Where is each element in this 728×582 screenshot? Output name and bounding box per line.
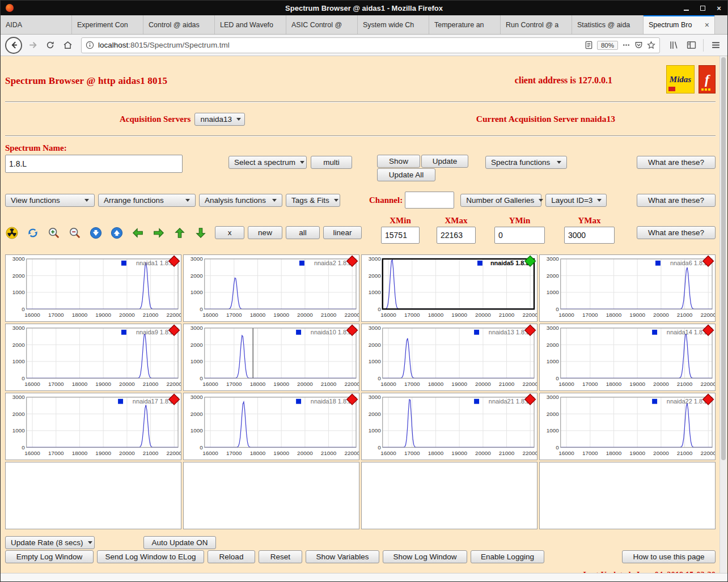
scroll-down-icon[interactable] [89,226,102,239]
page-actions-icon[interactable] [622,41,630,49]
spectrum-plot-nnaida6[interactable]: 1600017000180001900020000210002200001000… [539,254,716,322]
svg-text:3000: 3000 [547,394,560,400]
zoom-level-indicator[interactable]: 80% [597,41,618,50]
tab-statistics-aida[interactable]: Statistics @ aida [572,15,644,34]
back-button[interactable] [5,37,22,54]
maximize-button[interactable] [699,4,706,12]
refresh-icon[interactable] [26,226,39,239]
ymin-input[interactable] [494,227,545,244]
x-button[interactable]: x [215,226,244,239]
select-a-spectrum-select[interactable]: Select a spectrum [228,156,307,169]
bookmark-star-icon[interactable] [647,41,655,49]
ymax-input[interactable] [564,227,615,244]
reader-mode-icon[interactable] [585,41,593,49]
spectrum-plot-nnaida18[interactable]: 1600017000180001900020000210002200001000… [183,393,359,460]
tab-led-and-wavefo[interactable]: LED and Wavefo [215,15,286,34]
tab-system-wide-ch[interactable]: System wide Ch [358,15,429,34]
spectrum-plot-nnaida14[interactable]: 1600017000180001900020000210002200001000… [539,324,716,391]
radiation-icon[interactable] [5,226,18,239]
spectrum-plot-nnaida1[interactable]: 1600017000180001900020000210002200001000… [5,254,181,322]
svg-text:21000: 21000 [677,312,693,318]
site-info-icon[interactable] [86,41,94,49]
show-button[interactable]: Show [377,155,420,168]
arrange-functions-select[interactable]: Arrange functions [98,194,196,207]
spectrum-plot-nnaida13[interactable]: 1600017000180001900020000210002200001000… [361,324,537,391]
what-are-these-button-2[interactable]: What are these? [637,194,716,207]
multi-button[interactable]: multi [311,156,352,169]
forward-button[interactable] [25,38,40,53]
analysis-functions-select[interactable]: Analysis functions [199,194,282,207]
empty-log-window-button[interactable]: Empty Log Window [5,550,94,563]
update-all-button[interactable]: Update All [377,168,435,181]
arrow-left-icon[interactable] [131,226,144,239]
zoom-in-icon[interactable] [47,226,60,239]
spectrum-name-input[interactable] [5,155,183,173]
spectrum-plot-nnaida17[interactable]: 1600017000180001900020000210002200001000… [5,393,181,460]
back-icon [9,40,19,50]
home-button[interactable] [60,38,75,53]
update-rate-select[interactable]: Update Rate (8 secs) [5,536,95,549]
svg-text:20000: 20000 [475,381,491,387]
reset-button[interactable]: Reset [259,550,302,563]
xmin-input[interactable] [381,227,420,244]
close-button[interactable]: × [715,4,723,12]
svg-text:22000: 22000 [166,312,181,318]
sidebar-button[interactable] [684,38,699,53]
url-text[interactable]: localhost:8015/Spectrum/Spectrum.tml [98,41,581,49]
client-address-text: client address is 127.0.0.1 [515,75,612,86]
send-log-to-elog-button[interactable]: Send Log Window to ELog [97,550,204,563]
library-button[interactable] [666,38,681,53]
scrollbar-thumb[interactable] [721,57,726,460]
vertical-scrollbar[interactable] [719,56,727,573]
what-are-these-button-1[interactable]: What are these? [637,156,716,169]
arrow-right-icon[interactable] [152,226,165,239]
pocket-icon[interactable] [634,41,643,49]
reload-button[interactable] [43,38,57,53]
minimize-button[interactable] [682,4,690,12]
spectrum-plot-nnaida9[interactable]: 1600017000180001900020000210002200001000… [5,324,181,391]
reload-page-button[interactable]: Reload [208,550,255,563]
new-button[interactable]: new [248,226,282,239]
svg-text:1000: 1000 [12,427,26,434]
enable-logging-button[interactable]: Enable Logging [471,550,544,563]
what-are-these-button-3[interactable]: What are these? [637,226,716,239]
url-path: :8015/Spectrum/Spectrum.tml [128,41,230,49]
spectrum-plot-nnaida10[interactable]: 1600017000180001900020000210002200001000… [183,324,359,391]
scroll-up-icon[interactable] [110,226,123,239]
menu-button[interactable] [708,38,723,53]
tab-aida[interactable]: AIDA [1,15,72,34]
auto-update-button[interactable]: Auto Update ON [143,536,216,549]
all-button[interactable]: all [286,226,320,239]
tags-and-fits-select[interactable]: Tags & Fits [286,194,340,207]
acquisition-server-select[interactable]: nnaida13 [194,113,245,126]
spectrum-plot-nnaida21[interactable]: 1600017000180001900020000210002200001000… [361,393,537,460]
tab-control-aidas[interactable]: Control @ aidas [143,15,215,34]
channel-input[interactable] [405,192,454,209]
view-functions-select[interactable]: View functions [5,194,95,207]
xmax-input[interactable] [437,227,476,244]
tab-spectrum-bro[interactable]: Spectrum Bro× [644,15,715,34]
svg-text:nnaida18 1.8.L: nnaida18 1.8.L [311,398,352,405]
spectrum-plot-nnaida5[interactable]: 1600017000180001900020000210002200001000… [361,254,537,322]
show-log-window-button[interactable]: Show Log Window [383,550,467,563]
spectrum-plot-nnaida22[interactable]: 1600017000180001900020000210002200001000… [539,393,716,460]
how-to-use-button[interactable]: How to use this page [622,550,716,563]
tab-asic-control[interactable]: ASIC Control @ [286,15,358,34]
svg-text:20000: 20000 [653,312,669,318]
layout-id-select[interactable]: Layout ID=3 [545,194,607,207]
tab-experiment-con[interactable]: Experiment Con [72,15,143,34]
number-of-galleries-select[interactable]: Number of Galleries [460,194,541,207]
url-bar[interactable]: localhost:8015/Spectrum/Spectrum.tml 80% [81,37,660,53]
spectrum-plot-nnaida2[interactable]: 1600017000180001900020000210002200001000… [183,254,359,322]
arrow-up-icon[interactable] [173,226,186,239]
arrow-down-icon[interactable] [194,226,207,239]
tab-close-icon[interactable]: × [705,20,709,29]
tab-temperature-an[interactable]: Temperature an [429,15,501,34]
show-variables-button[interactable]: Show Variables [306,550,379,563]
update-button[interactable]: Update [421,155,468,168]
spectra-functions-select[interactable]: Spectra functions [485,156,567,169]
tab-run-control-a[interactable]: Run Control @ a [501,15,572,34]
zoom-out-icon[interactable] [68,226,81,239]
page-title: Spectrum Browser @ http aidas1 8015 [5,75,167,87]
linear-button[interactable]: linear [323,226,362,239]
